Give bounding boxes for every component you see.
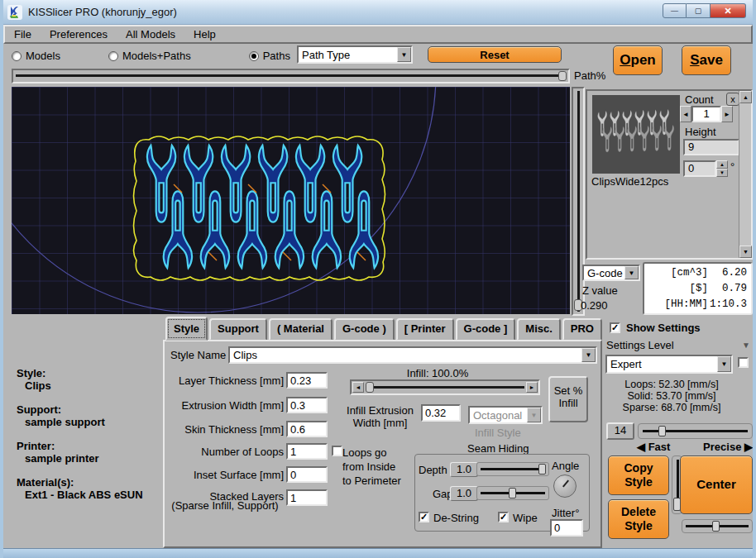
model-list-scrollbar[interactable]: ▲ ▼ [739,91,751,258]
maximize-icon: ▢ [695,7,702,15]
menu-all-models[interactable]: All Models [117,26,184,42]
menu-preferences[interactable]: Preferences [41,26,117,42]
radio-models-paths-label: Models+Paths [122,50,191,62]
infill-extrusion-width-field[interactable]: 0.32 [421,404,461,422]
maximize-button[interactable]: ▢ [687,3,711,18]
stacked-layers-field[interactable]: 1 [286,489,328,506]
destring-checkbox[interactable]: ✓ [419,512,429,522]
layer-thickness-label: Layer Thickness [mm] [168,374,284,387]
angle-label: Angle [552,460,579,472]
kisslicer-window: KISSlicer PRO (khorunjy_egor) — ▢ ✕ File… [0,0,756,558]
menu-help[interactable]: Help [184,26,225,42]
radio-models-paths-icon[interactable] [108,51,118,61]
radio-models-paths[interactable]: Models+Paths [108,50,191,62]
time-value: 1:10.3 [708,297,747,312]
gap-slider-thumb[interactable] [509,488,516,498]
wipe-checkbox[interactable]: ✓ [498,512,509,522]
menu-file[interactable]: File [5,26,41,42]
radio-paths-icon[interactable] [249,51,259,61]
minimize-button[interactable]: — [663,3,687,18]
chevron-down-icon[interactable]: ▼ [717,356,731,372]
copy-style-button[interactable]: Copy Style [608,455,669,495]
volume-unit: [cm^3] [671,265,708,281]
gap-value-button[interactable]: 1.0 [450,486,478,501]
rotation-field[interactable]: 0 [683,160,716,177]
infill-style-select: Octagonal ▼ [468,406,543,424]
tab-pro[interactable]: PRO [562,318,602,341]
settings-level-collapse-icon[interactable]: ▼ [742,341,750,350]
window-bottom-frame [0,548,756,558]
quality-slider[interactable] [638,423,753,439]
set-percent-infill-button[interactable]: Set % Infill [548,376,588,422]
infill-slider-thumb[interactable] [366,382,374,393]
loops-direction-checkbox[interactable] [332,446,342,456]
settings-level-value: Expert [607,358,717,370]
loops-direction-note: Loops go from Inside to Perimeter [342,446,401,488]
depth-slider[interactable] [476,462,549,476]
layer-thickness-field[interactable]: 0.23 [286,372,328,389]
count-value[interactable]: 1 [691,106,721,122]
scroll-up-icon[interactable]: ▲ [739,91,752,103]
z-value: 0.290 [581,299,608,312]
quality-slider-thumb[interactable] [658,426,666,436]
radio-paths[interactable]: Paths [249,50,290,62]
show-settings-toggle[interactable]: ✓ Show Settings [610,322,701,334]
show-settings-label: Show Settings [626,322,701,334]
skin-thickness-field[interactable]: 0.6 [286,421,328,437]
rotation-stepper: ▲ ▼ [716,160,728,177]
path-preview-viewport[interactable] [12,87,570,314]
gap-slider[interactable] [476,486,549,500]
path-percent-slider[interactable] [12,69,570,83]
infill-percent-label: Infill: 100.0% [351,367,524,379]
radio-models-icon[interactable] [12,51,22,61]
close-button[interactable]: ✕ [711,3,746,18]
path-percent-slider-thumb[interactable] [558,71,567,81]
show-settings-checkbox[interactable]: ✓ [610,322,620,333]
rotation-up-icon[interactable]: ▲ [716,160,728,169]
settings-level-select[interactable]: Expert ▼ [605,355,733,374]
tab-gcode-printer[interactable]: G-code ] [456,318,516,341]
model-name[interactable]: ClipsWide12pcs [591,175,668,188]
infill-slider-left-icon[interactable]: ◄ [352,382,364,393]
tab-misc[interactable]: Misc. [517,318,561,341]
jitter-field[interactable]: 0 [550,519,583,537]
tab-gcode-material[interactable]: G-code ) [334,318,395,341]
infill-slider[interactable]: ◄ ► [350,379,540,395]
tab-material[interactable]: ( Material [269,318,333,341]
delete-style-button[interactable]: Delete Style [608,499,669,539]
radio-paths-label: Paths [263,50,290,62]
chevron-down-icon[interactable]: ▼ [397,47,411,62]
tab-style[interactable]: Style [165,317,208,341]
material-summary-value: Ext1 - Black ABS eSUN [17,489,143,501]
infill-slider-right-icon[interactable]: ► [526,382,538,393]
center-button[interactable]: Center [680,455,753,514]
count-increment-icon[interactable]: ► [721,106,733,122]
quality-value-button[interactable]: 14 [606,422,634,440]
count-decrement-icon[interactable]: ◄ [680,106,691,122]
height-field[interactable]: 9 [683,139,739,155]
angle-knob[interactable] [553,475,577,498]
chevron-down-icon[interactable]: ▼ [624,266,639,279]
style-name-select[interactable]: Clips ▼ [228,346,597,364]
model-thumbnail[interactable] [592,95,680,174]
center-offset-slider[interactable] [682,519,753,533]
center-offset-slider-thumb[interactable] [712,521,720,532]
tab-printer[interactable]: [ Printer [396,318,454,341]
rotation-down-icon[interactable]: ▼ [716,169,728,177]
number-of-loops-field[interactable]: 1 [286,443,328,460]
scroll-down-icon[interactable]: ▼ [739,246,752,258]
remove-model-button[interactable]: x [726,93,739,106]
extrusion-width-field[interactable]: 0.3 [286,397,328,413]
path-type-select[interactable]: Path Type ▼ [297,45,413,64]
z-layer-slider[interactable] [572,87,585,316]
depth-slider-thumb[interactable] [538,464,546,475]
settings-extra-checkbox[interactable] [738,357,749,368]
inset-surface-field[interactable]: 0 [286,466,328,483]
cost-unit: [$] [689,281,708,297]
radio-models[interactable]: Models [12,50,60,62]
reset-button[interactable]: Reset [428,46,562,63]
depth-value-button[interactable]: 1.0 [450,462,478,477]
tab-support[interactable]: Support [209,318,267,341]
chevron-down-icon[interactable]: ▼ [581,348,596,362]
gcode-select[interactable]: G-code ▼ [582,265,640,281]
